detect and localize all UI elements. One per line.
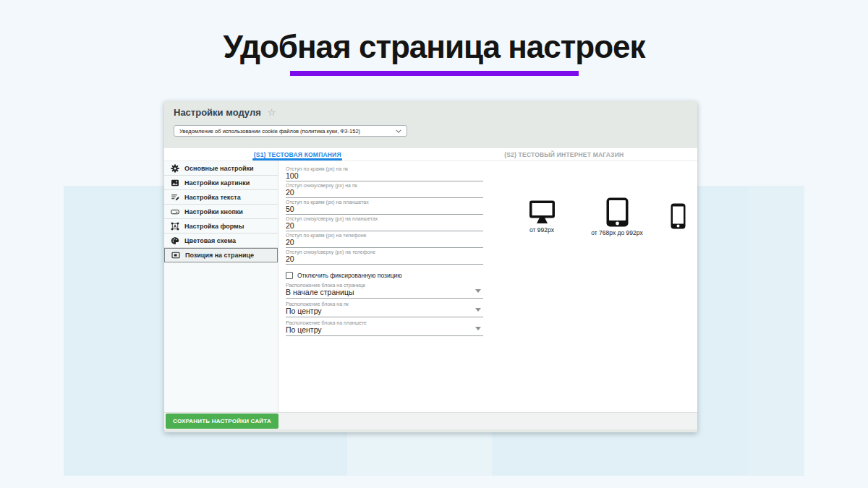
sidebar-item-general[interactable]: Основные настройки [164, 161, 278, 176]
panel-title: Настройки модуля [174, 107, 261, 118]
save-settings-button[interactable]: СОХРАНИТЬ НАСТРОЙКИ САЙТА [166, 414, 278, 429]
sidebar-item-image[interactable]: Настройки картинки [164, 176, 278, 190]
star-outline-icon[interactable]: ☆ [268, 108, 276, 117]
field-label: Отступ по краям (px) на пк [286, 166, 483, 172]
panel-body: Основные настройки Настройки картинки На… [164, 161, 697, 412]
field-label: Отступ по краям (px) на телефоне [286, 233, 483, 239]
select-block-position-page[interactable]: Расположение блока на странице В начале … [286, 281, 483, 299]
active-tab-indicator [252, 158, 342, 160]
field-label: Отступ снизу/сверху (px) на планшетах [286, 216, 483, 222]
device-tablet: от 768px до 992px [575, 197, 659, 236]
sidebar-item-label: Настройка текста [184, 194, 241, 201]
disable-fixed-position-checkbox[interactable] [286, 272, 293, 279]
sidebar-item-button[interactable]: Настройки кнопки [164, 205, 278, 219]
module-select-dropdown[interactable]: Уведомление об использовании cookie файл… [174, 125, 407, 137]
device-phone [659, 197, 697, 231]
sidebar-item-form[interactable]: Настройка формы [164, 219, 278, 234]
sidebar-item-label: Основные настройки [184, 165, 254, 172]
sidebar-item-label: Настройка формы [184, 223, 244, 230]
select-value: В начале страницы [286, 288, 483, 296]
sidebar-item-label: Настройки картинки [184, 179, 250, 187]
field-input[interactable]: 20 [286, 255, 483, 263]
device-desktop: от 992px [509, 197, 575, 234]
sidebar-item-label: Цветовая схема [184, 237, 236, 244]
desktop-icon [529, 200, 556, 224]
field-margin-sides-phone: Отступ по краям (px) на телефоне 20 [286, 231, 483, 248]
field-input[interactable]: 20 [286, 239, 483, 247]
chevron-down-icon [396, 129, 401, 133]
settings-form-area: Отступ по краям (px) на пк 100 Отступ сн… [278, 161, 697, 412]
dropdown-arrow-icon [475, 289, 481, 293]
panel-footer: СОХРАНИТЬ НАСТРОЙКИ САЙТА [164, 412, 697, 429]
site-tabs: (S1) ТЕСТОВАЯ КОМПАНИЯ (S2) ТЕСТОВЫЙ ИНТ… [164, 148, 697, 161]
select-block-position-pc[interactable]: Расположение блока на пк По центру [286, 299, 483, 317]
dropdown-arrow-icon [475, 308, 481, 312]
page-title: Удобная страница настроек [0, 29, 868, 65]
panel-header: Настройки модуля ☆ [174, 107, 276, 118]
field-input[interactable]: 50 [286, 205, 483, 213]
checkbox-label: Отключить фиксированную позицию [297, 272, 402, 279]
select-value: По центру [286, 307, 483, 315]
dropdown-arrow-icon [475, 327, 481, 330]
disable-fixed-position-row: Отключить фиксированную позицию [286, 270, 483, 280]
field-margin-sides-pc: Отступ по краям (px) на пк 100 [286, 165, 483, 181]
phone-icon [671, 203, 686, 229]
tab-s1-test-company[interactable]: (S1) ТЕСТОВАЯ КОМПАНИЯ [164, 148, 431, 160]
module-settings-panel: Настройки модуля ☆ Уведомление об исполь… [164, 101, 697, 432]
form-settings-icon [170, 221, 179, 231]
select-block-position-tablet[interactable]: Расположение блока на планшете По центру [286, 318, 483, 336]
palette-icon [170, 236, 179, 245]
sidebar-item-text[interactable]: Настройка текста [164, 190, 278, 205]
tab-s2-test-shop[interactable]: (S2) ТЕСТОВЫЙ ИНТЕРНЕТ МАГАЗИН [431, 148, 698, 160]
position-icon [171, 251, 180, 260]
module-select-value: Уведомление об использовании cookie файл… [179, 128, 360, 134]
field-label: Отступ снизу/сверху (px) на пк [286, 183, 483, 189]
field-input[interactable]: 20 [286, 222, 483, 230]
device-breakpoints-illustration: от 992px от 768px до 992px [509, 197, 697, 236]
select-value: По центру [286, 326, 483, 334]
title-underline-decoration [290, 71, 579, 76]
field-input[interactable]: 20 [286, 189, 483, 197]
sidebar-item-label: Настройки кнопки [184, 208, 243, 215]
button-settings-icon [170, 207, 179, 216]
breakpoint-label: от 768px до 992px [591, 229, 643, 236]
sidebar-item-position[interactable]: Позиция на странице [164, 248, 278, 262]
field-margin-vertical-phone: Отступ снизу/сверху (px) на телефоне 20 [286, 248, 483, 265]
field-label: Отступ по краям (px) на планшетах [286, 200, 483, 205]
settings-sidebar: Основные настройки Настройки картинки На… [164, 161, 278, 412]
field-label: Отступ снизу/сверху (px) на телефоне [286, 249, 483, 255]
position-settings-form: Отступ по краям (px) на пк 100 Отступ сн… [286, 165, 483, 336]
field-input[interactable]: 100 [286, 172, 483, 180]
field-margin-sides-tablet: Отступ по краям (px) на планшетах 50 [286, 198, 483, 215]
image-icon [170, 178, 179, 187]
field-margin-vertical-pc: Отступ снизу/сверху (px) на пк 20 [286, 181, 483, 198]
page: Удобная страница настроек Настройки моду… [0, 0, 868, 488]
breakpoint-label: от 992px [529, 226, 554, 234]
tablet-icon [606, 197, 629, 227]
tab-label: (S2) ТЕСТОВЫЙ ИНТЕРНЕТ МАГАЗИН [504, 151, 624, 158]
field-margin-vertical-tablet: Отступ снизу/сверху (px) на планшетах 20 [286, 215, 483, 231]
text-settings-icon [170, 192, 179, 202]
tab-label: (S1) ТЕСТОВАЯ КОМПАНИЯ [254, 151, 341, 158]
sidebar-item-color-scheme[interactable]: Цветовая схема [164, 234, 278, 248]
gear-icon [170, 163, 179, 173]
sidebar-item-label: Позиция на странице [185, 252, 254, 259]
